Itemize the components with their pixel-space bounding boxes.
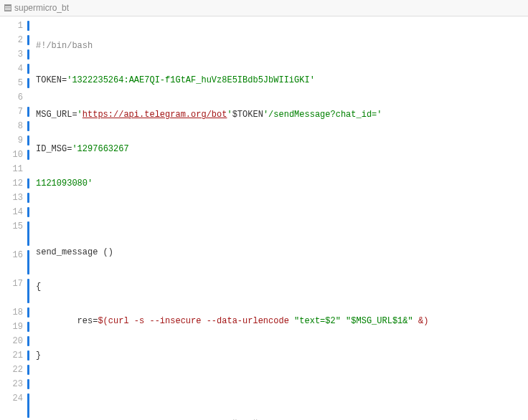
line-number-gutter: 1 2 3 4 5 6 7 8 9 10 11 12 13 14 15 16 1…: [0, 16, 30, 420]
file-tab[interactable]: supermicro_bt: [4, 3, 69, 13]
code-line: ID_MSG='1297663267: [36, 142, 509, 156]
code-line: {: [36, 280, 509, 294]
file-icon: [4, 4, 11, 11]
tab-bar: supermicro_bt: [0, 0, 528, 16]
svg-rect-1: [5, 6, 11, 7]
code-area[interactable]: #!/bin/bash TOKEN='1322235264:AAE7QI-f1G…: [30, 16, 509, 420]
file-tab-label: supermicro_bt: [14, 3, 69, 13]
code-line: who > /tmp/.ccw #сохраняем во временный …: [36, 417, 509, 420]
code-editor[interactable]: 1 2 3 4 5 6 7 8 9 10 11 12 13 14 15 16 1…: [0, 16, 528, 420]
code-line: TOKEN='1322235264:AAE7QI-f1GtAF_huVz8E5I…: [36, 73, 509, 87]
code-line: send_message (): [36, 245, 509, 259]
svg-rect-2: [5, 8, 11, 9]
code-line: #!/bin/bash: [36, 39, 509, 53]
code-line: 1121093080': [36, 176, 509, 191]
code-line: [36, 383, 509, 397]
code-line: res=$(curl -s --insecure --data-urlencod…: [36, 314, 509, 328]
code-line: [36, 211, 509, 225]
code-line: }: [36, 348, 509, 363]
code-line: MSG_URL='https://api.telegram.org/bot'$T…: [36, 108, 509, 122]
svg-rect-3: [5, 9, 11, 10]
